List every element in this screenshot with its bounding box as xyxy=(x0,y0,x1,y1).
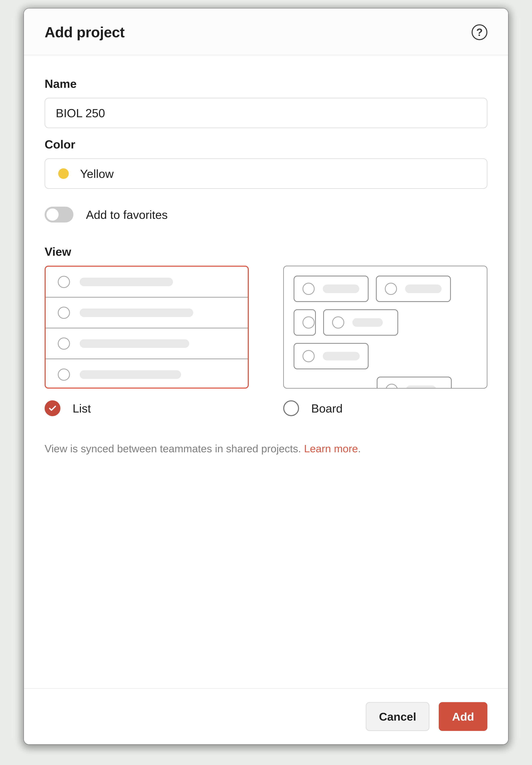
favorites-row: Add to favorites xyxy=(45,207,487,223)
color-swatch-icon xyxy=(58,168,69,179)
list-radio[interactable] xyxy=(45,400,60,416)
favorites-label: Add to favorites xyxy=(86,208,168,222)
view-options: List Board xyxy=(45,266,487,416)
color-label: Color xyxy=(45,138,487,151)
view-option-list[interactable]: List xyxy=(45,266,249,416)
board-preview-card xyxy=(323,309,398,336)
color-select[interactable]: Yellow xyxy=(45,158,487,189)
board-radio-label: Board xyxy=(311,401,343,415)
board-preview-card xyxy=(376,276,451,302)
toggle-knob xyxy=(46,209,59,221)
cancel-button[interactable]: Cancel xyxy=(366,702,429,731)
dialog-body: Name Color Yellow Add to favorites View xyxy=(24,55,508,688)
dialog-footer: Cancel Add xyxy=(24,688,508,744)
dialog-title: Add project xyxy=(45,24,125,41)
list-radio-label: List xyxy=(73,401,91,415)
add-project-dialog: Add project ? Name Color Yellow Add to f… xyxy=(24,9,508,744)
name-label: Name xyxy=(45,77,487,90)
list-radio-row: List xyxy=(45,400,249,416)
favorites-toggle[interactable] xyxy=(45,207,73,223)
view-hint-text: View is synced between teammates in shar… xyxy=(45,443,304,454)
project-name-input[interactable] xyxy=(45,98,487,128)
help-icon[interactable]: ? xyxy=(472,24,487,40)
board-radio-row: Board xyxy=(283,400,487,416)
board-preview-card xyxy=(377,377,452,388)
list-preview-row xyxy=(46,328,248,359)
board-radio[interactable] xyxy=(283,400,299,416)
view-label: View xyxy=(45,245,487,258)
board-preview-card xyxy=(293,309,316,336)
list-preview-row xyxy=(46,267,248,298)
board-preview-card xyxy=(293,343,368,369)
check-icon xyxy=(48,404,57,412)
list-preview-row xyxy=(46,298,248,328)
list-preview-row xyxy=(46,359,248,388)
board-preview-card xyxy=(293,276,368,302)
add-button[interactable]: Add xyxy=(439,702,487,731)
learn-more-link[interactable]: Learn more xyxy=(304,443,358,454)
view-option-board[interactable]: Board xyxy=(283,266,487,416)
color-name: Yellow xyxy=(80,167,114,181)
view-hint: View is synced between teammates in shar… xyxy=(45,440,487,457)
list-preview xyxy=(45,266,249,388)
dialog-header: Add project ? xyxy=(24,9,508,55)
board-preview xyxy=(283,266,487,388)
